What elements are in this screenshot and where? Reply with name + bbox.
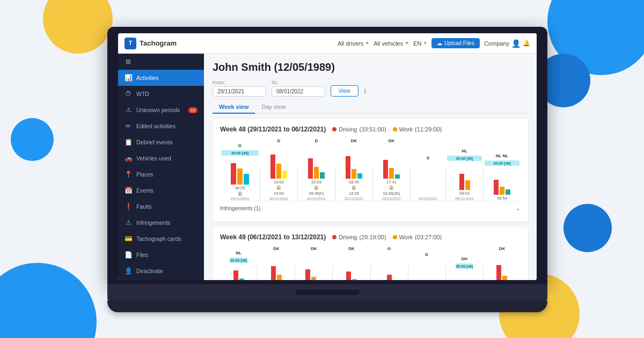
day-flag: G <box>387 246 391 251</box>
infringements-icon: ⚠ <box>125 219 132 226</box>
upload-icon: ☁ <box>437 40 442 46</box>
bars <box>346 260 357 280</box>
sidebar-item-label: Files <box>136 252 148 258</box>
driving-value: (29:19:00) <box>359 234 386 240</box>
sidebar-item-deactivate[interactable]: 👤 Deactivate <box>118 263 204 279</box>
cyan-bar: 45:00 [48] <box>456 263 473 269</box>
notification-icon[interactable]: 🔔 <box>523 40 530 47</box>
day-flag: D <box>315 138 318 143</box>
bar-orange <box>276 164 281 179</box>
day-date: 03/12/2021 <box>382 197 401 201</box>
home-icon-label: 🏠 <box>276 186 281 190</box>
sidebar-item-files[interactable]: 📄 Files <box>118 247 204 263</box>
sidebar: ⊞ 📊 Activities ⏱ WTD ⚠ Unknown periods 1… <box>118 54 204 280</box>
bars <box>271 260 282 280</box>
home-icon-label: 🏠 <box>314 186 319 190</box>
sidebar-item-label: Vehicles used <box>136 155 171 161</box>
wtd-icon: ⏱ <box>125 90 132 98</box>
dropdown-arrow: ▼ <box>365 41 369 46</box>
sidebar-item-activities[interactable]: 📊 Activities <box>118 70 204 86</box>
infringements-label: Infringements (1) <box>220 205 261 211</box>
bar-red <box>494 180 499 195</box>
driving-legend-49: Driving (29:19:00) <box>332 234 386 240</box>
view-button[interactable]: View <box>331 85 358 97</box>
bar-teal <box>320 172 325 179</box>
from-date-input[interactable] <box>213 86 266 97</box>
user-avatar-icon[interactable]: 👤 <box>511 39 521 48</box>
day-divider <box>295 266 295 280</box>
day-flag: D <box>238 143 241 148</box>
day-date: 05/12/2021 <box>455 197 474 201</box>
day-col-nlnl: NL NL 45:00 [48] 46:54 <box>485 153 519 201</box>
sidebar-item-infringements[interactable]: ⚠ Infringements <box>118 215 204 231</box>
time-label: 46:25 <box>235 186 245 190</box>
sidebar-item-places[interactable]: 📍 Places <box>118 166 204 182</box>
sidebar-item-wtd[interactable]: ⏱ WTD <box>118 86 204 102</box>
sidebar-item-faults[interactable]: ❗ Faults <box>118 199 204 215</box>
dropdown-arrow: ▼ <box>405 41 409 46</box>
work-label: Work <box>399 234 413 240</box>
time-label2: 10:38(2h) <box>383 191 400 196</box>
language-dropdown[interactable]: EN ▼ <box>413 40 427 47</box>
cards-icon: 💳 <box>125 235 132 243</box>
day-col-03dec: DK 17:41 🏠 10:38(2h) 03/12 <box>374 138 409 201</box>
time-label2: 12:25 <box>349 191 359 196</box>
bars <box>496 260 507 280</box>
sidebar-item-label: Edited activities <box>136 123 175 129</box>
driving-dot <box>332 127 336 131</box>
day-divider <box>483 168 484 201</box>
sidebar-item-events[interactable]: 📅 Events <box>118 182 204 199</box>
bars <box>346 152 362 179</box>
sidebar-item-unknown-periods[interactable]: ⚠ Unknown periods 10 <box>118 102 204 118</box>
tab-week-view[interactable]: Week view <box>213 101 255 114</box>
bg-circle-yellow-tl <box>43 0 113 54</box>
sidebar-item-home[interactable]: ⊞ <box>118 54 204 70</box>
sidebar-item-vehicles-used[interactable]: 🚗 Vehicles used <box>118 150 204 166</box>
upload-files-button[interactable]: ☁ Upload Files <box>431 38 480 48</box>
activities-icon: 📊 <box>125 74 132 82</box>
laptop-base <box>107 284 547 300</box>
day-flag: D <box>425 252 428 257</box>
day-col-w49-7: DH 45:00 [48] <box>447 256 482 280</box>
all-drivers-label: All drivers <box>338 40 363 47</box>
sidebar-item-debrief-events[interactable]: 📋 Debrief events <box>118 134 204 150</box>
sidebar-item-tachograph-cards[interactable]: 💳 Tachograph cards <box>118 231 204 247</box>
laptop-notch <box>295 290 360 295</box>
bar-teal <box>244 174 249 185</box>
bars <box>459 163 470 190</box>
bar-red <box>308 158 313 179</box>
cyan-bar: 45:00 [48] <box>485 160 519 166</box>
day-divider <box>332 266 333 280</box>
info-icon: ℹ <box>364 87 367 95</box>
page-title: John Smith (12/05/1989) <box>213 61 528 74</box>
files-icon: 📄 <box>125 251 132 259</box>
day-col-w49-3: DK 10:33 ► <box>296 246 331 280</box>
cyan-bar: 45:00 [48] <box>447 156 482 161</box>
work-dot <box>393 127 397 131</box>
day-col-29nov: D 45:00 [48] 46:25 <box>221 143 259 201</box>
day-divider <box>408 266 408 280</box>
sidebar-item-label: Faults <box>136 203 152 210</box>
unknown-periods-badge: 10 <box>188 107 197 113</box>
sidebar-item-label: Debrief events <box>136 139 173 145</box>
sidebar-item-profile-information[interactable]: 📋 Profile information <box>118 279 204 280</box>
day-col-04dec: S 04/12/2021 <box>412 156 444 201</box>
infringements-row[interactable]: Infringements (1) ⌄ <box>220 201 521 215</box>
bar-orange <box>352 279 357 280</box>
all-drivers-dropdown[interactable]: All drivers ▼ <box>338 40 369 47</box>
tab-day-view[interactable]: Day view <box>255 101 292 114</box>
time-label: 14:00 <box>274 180 284 185</box>
day-divider <box>483 266 484 280</box>
day-divider <box>445 168 446 201</box>
company-nav: Company 👤 🔔 <box>484 39 530 48</box>
day-date: 04/12/2021 <box>419 197 437 201</box>
all-vehicles-dropdown[interactable]: All vehicles ▼ <box>374 40 409 47</box>
work-label: Work <box>399 126 413 133</box>
bar-orange <box>237 168 243 185</box>
day-col-w49-6: D <box>409 252 444 280</box>
places-icon: 📍 <box>125 171 132 178</box>
to-date-input[interactable] <box>272 86 325 97</box>
bars <box>387 260 392 280</box>
bg-circle-blue-left <box>11 118 54 161</box>
sidebar-item-edited-activities[interactable]: ✏ Edited activities <box>118 118 204 134</box>
